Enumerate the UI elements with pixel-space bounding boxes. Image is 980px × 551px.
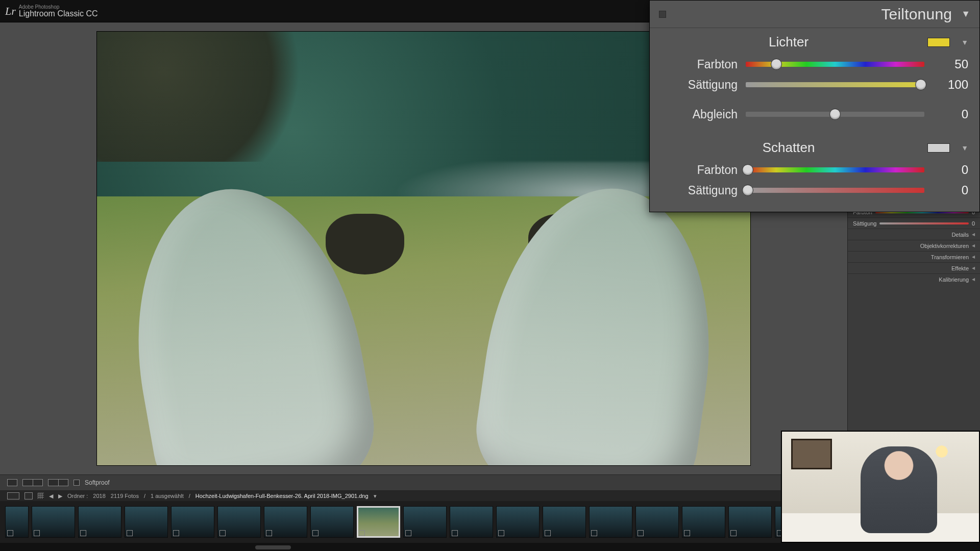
highlights-sat-slider[interactable] — [746, 82, 924, 87]
secondary-display-icon[interactable] — [7, 492, 19, 499]
nav-prev-icon[interactable]: ◀ — [49, 493, 53, 499]
filmstrip-thumb[interactable] — [78, 506, 121, 538]
shadows-hue-value[interactable]: 0 — [933, 163, 968, 177]
path-sep1: / — [144, 493, 145, 499]
panel-details[interactable]: Details◀ — [848, 229, 980, 240]
highlights-hue-slider[interactable] — [746, 62, 924, 67]
filmstrip-thumb[interactable] — [171, 506, 214, 538]
shadows-sat-value[interactable]: 0 — [933, 183, 968, 197]
highlights-sat-label: Sättigung — [661, 78, 738, 92]
filmstrip-thumb[interactable] — [450, 506, 493, 538]
view-before-after-2-icon[interactable] — [33, 479, 43, 486]
softproof-label: Softproof — [85, 479, 110, 486]
filmstrip-thumb[interactable] — [496, 506, 540, 538]
highlights-sat-value[interactable]: 100 — [933, 78, 968, 92]
shadows-heading: Schatten — [661, 140, 916, 156]
panel-title: Teiltonung — [881, 6, 952, 23]
highlights-swatch[interactable] — [927, 38, 950, 47]
selected-count: 1 ausgewählt — [151, 493, 184, 499]
path-sep2: / — [189, 493, 190, 499]
shadows-sat-slider[interactable] — [746, 188, 924, 193]
webcam-overlay — [781, 431, 980, 543]
shadows-hue-label: Farbton — [661, 163, 738, 177]
panel-lens[interactable]: Objektivkorrekturen◀ — [848, 240, 980, 251]
folder-label: Ordner : — [67, 493, 88, 499]
highlights-expand-icon[interactable]: ▼ — [961, 38, 968, 46]
view-loupe-icon[interactable] — [7, 479, 17, 486]
app-logo-icon: Lr — [5, 5, 16, 18]
panel-toggle-icon[interactable] — [659, 11, 666, 18]
panel-effects[interactable]: Effekte◀ — [848, 262, 980, 273]
filmstrip-thumb[interactable] — [310, 506, 354, 538]
filmstrip-thumb[interactable] — [589, 506, 632, 538]
balance-value[interactable]: 0 — [933, 107, 968, 121]
photo-count: 2119 Fotos — [111, 493, 139, 499]
balance-label: Abgleich — [661, 108, 738, 121]
filmstrip-thumb[interactable] — [32, 506, 75, 538]
filmstrip-thumb[interactable] — [543, 506, 586, 538]
view-compare-1-icon[interactable] — [48, 479, 58, 486]
secondary-display-2-icon[interactable] — [24, 492, 33, 499]
highlights-hue-value[interactable]: 50 — [933, 57, 968, 71]
panel-calibration[interactable]: Kalibrierung◀ — [848, 273, 980, 285]
panel-transform[interactable]: Transformieren◀ — [848, 251, 980, 262]
filmstrip-thumb[interactable] — [125, 506, 168, 538]
highlights-heading: Lichter — [661, 34, 916, 50]
highlights-hue-label: Farbton — [661, 58, 738, 71]
view-compare-2-icon[interactable] — [58, 479, 68, 486]
filmstrip-scrollbar[interactable] — [0, 543, 980, 551]
grid-icon[interactable] — [38, 493, 44, 499]
balance-slider[interactable] — [746, 112, 924, 117]
filmstrip-thumb[interactable] — [5, 506, 29, 538]
nav-next-icon[interactable]: ▶ — [58, 493, 62, 499]
filename-dropdown-icon[interactable]: ▾ — [374, 493, 377, 499]
vendor-label: Adobe Photoshop — [19, 5, 98, 10]
product-label: Lightroom Classic CC — [19, 10, 98, 18]
filmstrip-thumb[interactable] — [357, 506, 400, 538]
filmstrip-thumb[interactable] — [217, 506, 261, 538]
softproof-checkbox[interactable] — [74, 480, 80, 486]
shadows-hue-slider[interactable] — [746, 167, 924, 172]
folder-year: 2018 — [93, 493, 105, 499]
filmstrip-thumb[interactable] — [682, 506, 725, 538]
shadows-expand-icon[interactable]: ▼ — [961, 144, 968, 152]
shadows-sat-label: Sättigung — [661, 184, 738, 197]
filmstrip-thumb[interactable] — [728, 506, 772, 538]
mini-slider-sat[interactable]: Sättigung0 — [848, 217, 980, 229]
filmstrip-thumb[interactable] — [264, 506, 307, 538]
collapse-icon[interactable]: ▼ — [961, 9, 970, 19]
split-toning-panel: Teiltonung ▼ Lichter ▼ Farbton 50 Sättig… — [649, 0, 980, 212]
view-before-after-1-icon[interactable] — [22, 479, 33, 486]
filmstrip-thumb[interactable] — [403, 506, 447, 538]
current-filename[interactable]: Hochzeit-Ludwigshafen-Full-Benkesser-26.… — [195, 493, 369, 499]
shadows-swatch[interactable] — [927, 143, 950, 153]
filmstrip-thumb[interactable] — [635, 506, 679, 538]
